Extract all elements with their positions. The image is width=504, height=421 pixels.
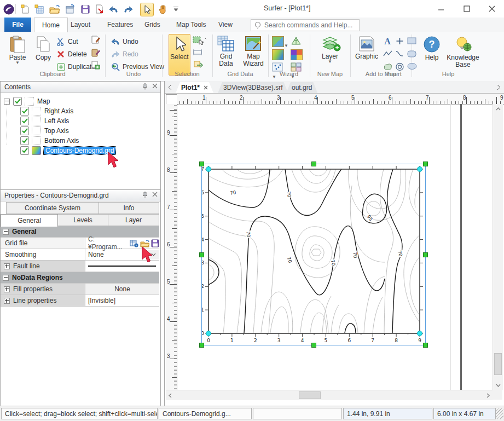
tab-view[interactable]: View xyxy=(211,18,240,32)
pin-icon[interactable] xyxy=(142,83,148,90)
resize-handle-s[interactable] xyxy=(311,343,316,348)
select-tool-icon[interactable] xyxy=(140,3,154,16)
new-worksheet-icon[interactable] xyxy=(33,3,45,15)
resize-grip[interactable] xyxy=(496,408,503,419)
new-grid-values-button[interactable] xyxy=(291,49,303,62)
smoothing-value[interactable]: None xyxy=(88,251,104,258)
grid-data-button[interactable]: Grid Data xyxy=(215,34,237,73)
resize-handle-sw[interactable] xyxy=(199,343,204,348)
bottom-axis-checkbox[interactable] xyxy=(20,136,29,145)
tree-label-left-axis[interactable]: Left Axis xyxy=(44,117,69,125)
layer-button[interactable]: Layer ▼ xyxy=(315,34,345,73)
expand-fault-line-icon[interactable] xyxy=(4,263,10,269)
scroll-down-icon[interactable] xyxy=(493,380,503,390)
polygon-tool-icon[interactable] xyxy=(383,62,393,71)
tree-node-contours-layer[interactable]: Contours-Demogrid.grd xyxy=(1,146,159,155)
maximize-button[interactable] xyxy=(460,2,474,15)
copy-button[interactable]: Copy xyxy=(32,34,55,73)
paste-special-icon[interactable] xyxy=(91,61,102,71)
expand-line-icon[interactable] xyxy=(4,298,10,304)
tab-coordinate-system[interactable]: Coordinate System xyxy=(6,202,99,214)
tree-node-bottom-axis[interactable]: Bottom Axis xyxy=(1,136,159,146)
import-icon[interactable] xyxy=(63,3,76,15)
tree-node-map[interactable]: Map xyxy=(1,96,159,106)
tree-node-right-axis[interactable]: Right Axis xyxy=(1,106,159,116)
section-general[interactable]: General xyxy=(1,226,159,238)
tab-layer[interactable]: Layer xyxy=(108,214,159,226)
minimize-button[interactable] xyxy=(434,2,448,15)
tab-grids[interactable]: Grids xyxy=(137,18,168,32)
doc-tabs-scroll-left-icon[interactable] xyxy=(166,83,174,91)
ellipse-tool-icon[interactable] xyxy=(407,62,417,70)
map-corner-handle-ne[interactable] xyxy=(417,166,422,172)
doc-tab-3dview[interactable]: 3DView(3DBase).srf xyxy=(218,82,288,93)
right-axis-checkbox[interactable] xyxy=(20,107,29,116)
tree-label-contours[interactable]: Contours-Demogrid.grd xyxy=(44,147,115,154)
vertical-scroll-thumb[interactable] xyxy=(494,353,502,375)
tree-label-right-axis[interactable]: Right Axis xyxy=(44,107,73,115)
qat-customize-icon[interactable] xyxy=(172,3,179,15)
undo-icon[interactable] xyxy=(107,3,120,15)
tree-node-left-axis[interactable]: Left Axis xyxy=(1,116,159,126)
select-button[interactable]: Select xyxy=(169,34,190,76)
fault-line-preview[interactable] xyxy=(88,266,156,267)
help-button[interactable]: ? Help xyxy=(421,34,442,73)
scroll-right-icon[interactable] xyxy=(484,390,493,400)
close-panel-icon[interactable] xyxy=(152,83,158,89)
map-checkbox[interactable] xyxy=(13,97,22,106)
move-icon[interactable] xyxy=(193,60,205,71)
symbol-tool-icon[interactable] xyxy=(395,37,404,45)
expand-fill-icon[interactable] xyxy=(4,286,10,292)
cut-button[interactable]: Cut xyxy=(56,36,78,48)
tab-info[interactable]: Info xyxy=(99,202,159,214)
doc-tab-outgrd[interactable]: out.grd xyxy=(286,82,317,93)
new-contour-map-button[interactable]: ▼ xyxy=(272,36,288,49)
scroll-left-icon[interactable] xyxy=(166,390,175,400)
save-icon[interactable] xyxy=(79,3,91,15)
surfer-logo-icon[interactable] xyxy=(2,3,15,15)
contour-map-object[interactable]: 70 70 70 70 70 70 95 70 xyxy=(201,164,426,345)
spline-tool-icon[interactable] xyxy=(395,50,405,57)
contours-checkbox[interactable] xyxy=(20,146,29,155)
polyline-tool-icon[interactable] xyxy=(383,50,393,57)
tree-node-top-axis[interactable]: Top Axis xyxy=(1,126,159,136)
save-grid-icon[interactable] xyxy=(151,239,159,247)
line-properties-value[interactable]: [Invisible] xyxy=(88,297,115,304)
resize-handle-n[interactable] xyxy=(311,162,316,166)
redo-icon[interactable] xyxy=(121,3,134,15)
map-wizard-button[interactable]: Map Wizard xyxy=(241,34,266,73)
tab-levels[interactable]: Levels xyxy=(57,214,108,226)
reshape-icon[interactable] xyxy=(193,48,205,57)
horizontal-scrollbar[interactable] xyxy=(166,390,493,400)
map-corner-handle-nw[interactable] xyxy=(206,166,211,172)
collapse-section-icon[interactable] xyxy=(3,275,9,281)
new-color-relief-button[interactable] xyxy=(272,49,284,62)
export-icon[interactable] xyxy=(93,3,106,15)
new-post-map-button[interactable]: ▼ xyxy=(272,62,283,80)
grid-file-value[interactable]: C:¥Program... xyxy=(88,235,128,251)
copy-format-icon[interactable] xyxy=(91,36,102,45)
pin-icon[interactable] xyxy=(142,192,148,198)
section-nodata-regions[interactable]: NoData Regions xyxy=(1,272,159,284)
collapse-section-icon[interactable] xyxy=(3,229,9,235)
paste-format-icon[interactable] xyxy=(91,48,102,58)
tree-label-top-axis[interactable]: Top Axis xyxy=(44,127,69,135)
open-icon[interactable] xyxy=(48,3,61,15)
tree-label-map[interactable]: Map xyxy=(37,97,50,105)
delete-button[interactable]: Delete xyxy=(56,48,87,60)
new-base-map-button[interactable]: ▼ xyxy=(291,62,302,80)
tab-layout[interactable]: Layout xyxy=(63,18,98,32)
rounded-rect-tool-icon[interactable] xyxy=(407,50,417,58)
concentric-circles-tool-icon[interactable] xyxy=(395,62,404,71)
graphic-button[interactable]: Graphic xyxy=(352,34,381,73)
grid-info-icon[interactable] xyxy=(130,239,138,247)
resize-handle-e[interactable] xyxy=(423,252,428,257)
fill-properties-value[interactable]: None xyxy=(114,285,130,293)
close-panel-icon[interactable] xyxy=(152,192,158,197)
pan-tool-icon[interactable] xyxy=(157,3,169,15)
new-plot-icon[interactable] xyxy=(19,3,31,15)
collapse-expander-icon[interactable] xyxy=(4,99,10,105)
paste-button[interactable]: Paste ▼ xyxy=(5,34,30,73)
doc-tab-plot1[interactable]: Plot1* xyxy=(176,82,213,93)
tab-general[interactable]: General xyxy=(1,214,58,227)
